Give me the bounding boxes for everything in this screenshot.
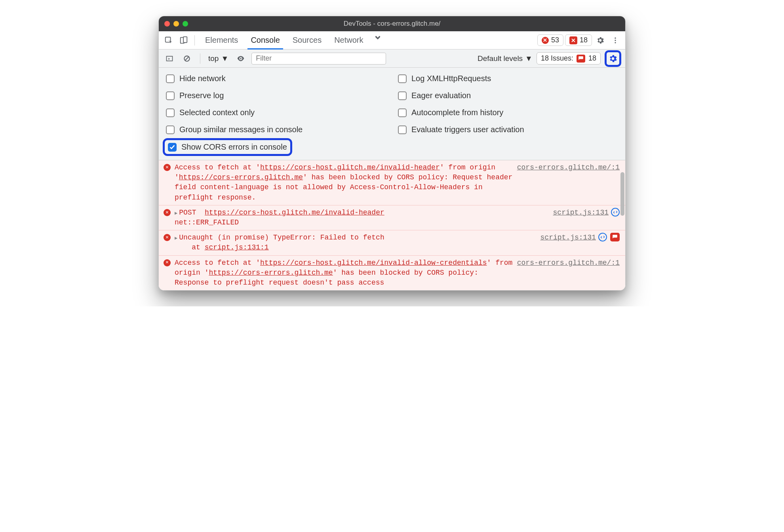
checkbox[interactable]: [166, 108, 175, 117]
issue-badge-icon[interactable]: [610, 233, 620, 241]
setting-label: Group similar messages in console: [179, 125, 303, 134]
svg-point-4: [615, 40, 616, 41]
setting-autocomplete-history[interactable]: Autocomplete from history: [398, 106, 618, 120]
stack-link[interactable]: script.js:131:1: [205, 243, 269, 251]
log-row[interactable]: ✕ Access to fetch at 'https://cors-host.…: [159, 160, 625, 205]
settings-icon[interactable]: [594, 34, 607, 47]
chevron-down-icon: ▼: [221, 54, 228, 63]
setting-evaluate-triggers[interactable]: Evaluate triggers user activation: [398, 123, 618, 137]
device-toggle-icon[interactable]: [177, 34, 190, 47]
tab-sources[interactable]: Sources: [286, 31, 328, 49]
toggle-sidebar-icon[interactable]: [163, 52, 176, 65]
setting-group-similar[interactable]: Group similar messages in console: [166, 123, 386, 137]
svg-point-3: [615, 37, 616, 38]
log-message: Access to fetch at 'https://cors-host.gl…: [175, 258, 620, 288]
svg-rect-6: [167, 56, 173, 61]
setting-selected-context[interactable]: Selected context only: [166, 106, 386, 120]
setting-label: Evaluate triggers user activation: [411, 125, 524, 134]
divider: [200, 53, 200, 64]
live-expression-icon[interactable]: [234, 52, 247, 65]
issue-count: 18: [580, 36, 588, 44]
setting-eager-eval[interactable]: Eager evaluation: [398, 89, 618, 103]
setting-label: Eager evaluation: [411, 91, 471, 100]
panel-tabs: Elements Console Sources Network: [199, 31, 386, 49]
more-tabs-icon[interactable]: [370, 31, 386, 45]
setting-label: Autocomplete from history: [411, 108, 503, 117]
svg-rect-2: [183, 36, 187, 42]
error-icon: ✕: [164, 234, 171, 241]
disclosure-triangle-icon[interactable]: ▶: [175, 236, 177, 241]
setting-label: Preserve log: [179, 91, 224, 100]
inspect-element-icon[interactable]: [162, 34, 175, 47]
log-row[interactable]: ✕ ▶POST https://cors-host.glitch.me/inva…: [159, 205, 625, 230]
setting-label: Selected context only: [179, 108, 255, 117]
close-window-button[interactable]: [164, 21, 170, 27]
log-row[interactable]: ✕ Access to fetch at 'https://cors-host.…: [159, 256, 625, 291]
tab-elements[interactable]: Elements: [199, 31, 244, 49]
console-toolbar: top ▼ Default levels ▼ 18 Issues: 18: [159, 49, 625, 68]
divider: [194, 35, 195, 46]
setting-preserve-log[interactable]: Preserve log: [166, 89, 386, 103]
svg-point-5: [615, 42, 616, 43]
issue-count-badge[interactable]: ✕ 18: [565, 34, 592, 46]
window-title: DevTools - cors-errors.glitch.me/: [159, 20, 625, 28]
setting-label: Show CORS errors in console: [181, 142, 287, 152]
log-row[interactable]: ✕ ▶Uncaught (in promise) TypeError: Fail…: [159, 230, 625, 255]
chevron-down-icon: ▼: [525, 54, 533, 63]
checkbox[interactable]: [398, 125, 407, 134]
setting-log-xhr[interactable]: Log XMLHttpRequests: [398, 72, 618, 86]
checkbox[interactable]: [166, 74, 175, 83]
checkbox[interactable]: [398, 91, 407, 100]
setting-show-cors-errors[interactable]: Show CORS errors in console: [168, 142, 287, 152]
devtools-window: DevTools - cors-errors.glitch.me/ Elemen…: [158, 16, 626, 291]
log-url[interactable]: https://cors-host.glitch.me/invalid-head…: [260, 163, 440, 171]
log-source-link[interactable]: script.js:131: [540, 233, 596, 243]
setting-label: Hide network: [179, 74, 226, 83]
error-icon: ✕: [164, 164, 171, 171]
console-settings-panel: Hide network Log XMLHttpRequests Preserv…: [159, 68, 625, 160]
error-icon: ✕: [542, 37, 549, 44]
error-count-badge[interactable]: ✕ 53: [537, 34, 563, 46]
scrollbar[interactable]: [620, 172, 624, 216]
checkbox[interactable]: [166, 91, 175, 100]
levels-label: Default levels: [478, 54, 523, 63]
disclosure-triangle-icon[interactable]: ▶: [175, 211, 177, 216]
console-settings-icon[interactable]: [607, 53, 618, 64]
tab-console[interactable]: Console: [244, 31, 286, 49]
issues-badge-count: 18: [588, 54, 596, 63]
minimize-window-button[interactable]: [173, 21, 179, 27]
setting-hide-network[interactable]: Hide network: [166, 72, 386, 86]
issues-label: 18 Issues:: [541, 54, 573, 63]
log-url[interactable]: https://cors-host.glitch.me/invalid-allo…: [260, 259, 487, 267]
console-settings-highlight: [605, 50, 621, 67]
log-levels-selector[interactable]: Default levels ▼: [478, 54, 533, 63]
network-hint-icon[interactable]: [598, 233, 607, 241]
checkbox[interactable]: [398, 74, 407, 83]
more-menu-icon[interactable]: [609, 34, 622, 47]
checkbox[interactable]: [168, 143, 177, 152]
clear-console-icon[interactable]: [180, 52, 194, 65]
zoom-window-button[interactable]: [183, 21, 188, 27]
titlebar: DevTools - cors-errors.glitch.me/: [159, 16, 625, 31]
network-hint-icon[interactable]: [611, 208, 620, 217]
filter-input[interactable]: [251, 53, 386, 65]
log-message: Access to fetch at 'https://cors-host.gl…: [175, 163, 620, 203]
log-url[interactable]: https://cors-errors.glitch.me: [179, 173, 303, 181]
issue-icon: [577, 55, 585, 63]
log-source-link[interactable]: cors-errors.glitch.me/:1: [517, 163, 620, 171]
setting-label: Log XMLHttpRequests: [411, 74, 491, 83]
log-url[interactable]: https://cors-errors.glitch.me: [209, 269, 333, 277]
checkbox[interactable]: [166, 125, 175, 134]
log-url[interactable]: https://cors-host.glitch.me/invalid-head…: [205, 209, 384, 217]
error-count: 53: [551, 36, 559, 44]
log-source-link[interactable]: script.js:131: [553, 208, 609, 218]
error-icon: ✕: [164, 209, 171, 216]
main-toolbar: Elements Console Sources Network ✕ 53 ✕ …: [159, 31, 625, 49]
tab-network[interactable]: Network: [328, 31, 369, 49]
context-label: top: [208, 54, 219, 63]
checkbox[interactable]: [398, 108, 407, 117]
log-source-link[interactable]: cors-errors.glitch.me/:1: [517, 259, 620, 267]
context-selector[interactable]: top ▼: [207, 54, 230, 63]
traffic-lights: [164, 21, 188, 27]
issues-button[interactable]: 18 Issues: 18: [537, 52, 601, 65]
